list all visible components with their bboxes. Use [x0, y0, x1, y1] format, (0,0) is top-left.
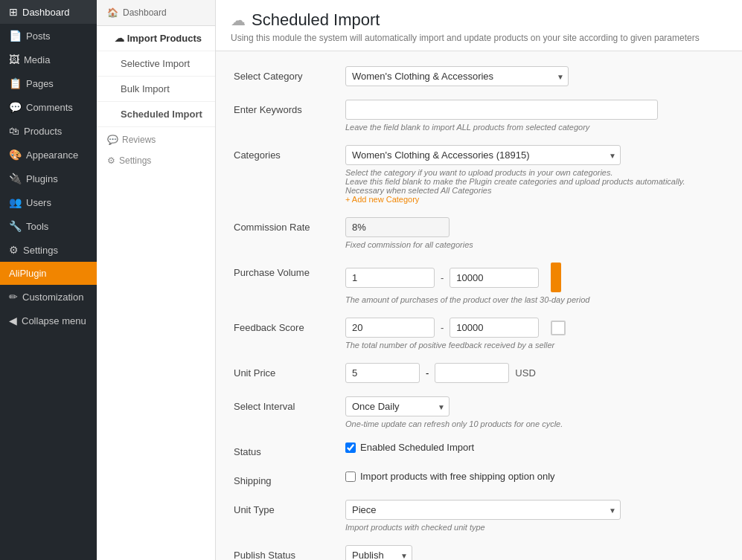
media-icon: 🖼: [9, 54, 19, 65]
commission-rate-row: Commission Rate Fixed commission for all…: [234, 217, 724, 249]
select-category-wrapper: Women's Clothing & Accessories All Categ…: [345, 66, 569, 86]
unit-price-max[interactable]: [435, 363, 509, 383]
commission-rate-control: Fixed commission for all categories: [345, 217, 724, 249]
sub-sidebar-settings-section: ⚙ Settings: [97, 148, 215, 169]
feedback-score-control: - The total number of positive feedback …: [345, 318, 724, 350]
sub-sidebar-selective-import[interactable]: Selective Import: [97, 51, 215, 77]
select-category-row: Select Category Women's Clothing & Acces…: [234, 66, 724, 86]
sidebar-item-media[interactable]: 🖼 Media: [0, 48, 97, 71]
appearance-icon: 🎨: [9, 149, 22, 161]
page-header: ☁ Scheduled Import Using this module the…: [216, 0, 742, 51]
main-content: ☁ Scheduled Import Using this module the…: [216, 0, 742, 560]
shipping-checkbox[interactable]: [345, 472, 356, 482]
sidebar-item-collapse[interactable]: ◀ Collapse menu: [0, 309, 97, 332]
sidebar-item-comments[interactable]: 💬 Comments: [0, 95, 97, 119]
interval-input[interactable]: Once Daily Twice Daily Weekly: [345, 396, 450, 416]
purchase-volume-label: Purchase Volume: [234, 263, 330, 278]
unit-type-input[interactable]: Piece Lot Set: [345, 500, 621, 520]
unit-price-inputs: - USD: [345, 363, 724, 383]
sidebar-item-customization[interactable]: ✏ Customization: [0, 285, 97, 309]
purchase-volume-slider[interactable]: [551, 263, 561, 292]
sub-sidebar-scheduled-import[interactable]: Scheduled Import: [97, 102, 215, 127]
feedback-score-label: Feedback Score: [234, 318, 330, 333]
add-category-link[interactable]: + Add new Category: [345, 195, 419, 204]
select-category-input[interactable]: Women's Clothing & Accessories All Categ…: [345, 66, 569, 86]
collapse-icon: ◀: [9, 315, 17, 326]
status-text: Enabled Scheduled Import: [360, 442, 474, 453]
sidebar-item-dashboard[interactable]: ⊞ Dashboard: [0, 0, 97, 24]
publish-status-input[interactable]: Publish Draft: [345, 545, 412, 560]
feedback-score-inputs: -: [345, 318, 539, 338]
categories-control: Women's Clothing & Accessories (18915) S…: [345, 145, 724, 204]
keywords-control: Leave the field blank to import ALL prod…: [345, 100, 724, 132]
sub-sidebar-import-products[interactable]: ☁ Import Products: [97, 26, 215, 51]
status-checkbox[interactable]: [345, 442, 356, 453]
sidebar-item-plugins[interactable]: 🔌 Plugins: [0, 167, 97, 190]
home-icon: 🏠: [107, 7, 118, 18]
unit-type-row: Unit Type Piece Lot Set Import products …: [234, 500, 724, 532]
sidebar-item-products[interactable]: 🛍 Products: [0, 119, 97, 143]
select-interval-label: Select Interval: [234, 396, 330, 412]
commission-input-wrapper: [345, 217, 724, 237]
purchase-volume-min[interactable]: [345, 268, 435, 288]
keywords-note: Leave the field blank to import ALL prod…: [345, 123, 724, 132]
purchase-volume-max[interactable]: [450, 268, 539, 288]
shipping-row: Shipping Import products with free shipp…: [234, 471, 724, 486]
select-interval-control: Once Daily Twice Daily Weekly One-time u…: [345, 396, 724, 428]
feedback-score-slider[interactable]: [551, 321, 566, 335]
unit-price-label: Unit Price: [234, 363, 330, 379]
shipping-checkbox-label[interactable]: Import products with free shipping optio…: [345, 471, 724, 482]
select-category-label: Select Category: [234, 66, 330, 82]
comments-icon: 💬: [9, 101, 22, 113]
sub-sidebar-bulk-import[interactable]: Bulk Import: [97, 77, 215, 102]
pages-icon: 📋: [9, 77, 22, 89]
keywords-input-wrapper: [345, 100, 724, 120]
status-checkbox-label[interactable]: Enabled Scheduled Import: [345, 442, 724, 453]
sidebar-item-tools[interactable]: 🔧 Tools: [0, 214, 97, 238]
categories-wrapper: Women's Clothing & Accessories (18915): [345, 145, 621, 165]
purchase-volume-inputs: -: [345, 268, 539, 288]
customization-icon: ✏: [9, 291, 18, 303]
categories-label: Categories: [234, 145, 330, 161]
sidebar-item-pages[interactable]: 📋 Pages: [0, 71, 97, 95]
feedback-score-min[interactable]: [345, 318, 435, 338]
commission-rate-input[interactable]: [345, 217, 450, 237]
sidebar-item-settings[interactable]: ⚙ Settings: [0, 238, 97, 262]
keywords-row: Enter Keywords Leave the field blank to …: [234, 100, 724, 132]
sidebar-item-aliplugin[interactable]: AliPlugin: [0, 262, 97, 285]
keywords-input[interactable]: [345, 100, 658, 120]
unit-price-currency: USD: [515, 367, 535, 379]
sub-sidebar-reviews-label[interactable]: Reviews: [122, 135, 156, 145]
products-icon: 🛍: [9, 125, 19, 137]
shipping-control: Import products with free shipping optio…: [345, 471, 724, 482]
feedback-score-note: The total number of positive feedback re…: [345, 341, 724, 350]
sidebar-item-appearance[interactable]: 🎨 Appearance: [0, 143, 97, 167]
purchase-volume-control: - The amount of purchases of the product…: [345, 263, 724, 304]
purchase-volume-dash: -: [441, 272, 444, 283]
purchase-volume-row: Purchase Volume - The amount of purchase…: [234, 263, 724, 304]
unit-price-control: - USD: [345, 363, 724, 383]
sub-sidebar-reviews-section: 💬 Reviews: [97, 127, 215, 148]
keywords-label: Enter Keywords: [234, 100, 330, 115]
shipping-text: Import products with free shipping optio…: [360, 471, 555, 482]
commission-rate-note: Fixed commission for all categories: [345, 240, 724, 249]
page-description: Using this module the system will automa…: [231, 33, 727, 43]
categories-input[interactable]: Women's Clothing & Accessories (18915): [345, 145, 621, 165]
select-category-control: Women's Clothing & Accessories All Categ…: [345, 66, 724, 86]
unit-price-dash: -: [426, 367, 429, 379]
unit-price-min[interactable]: [345, 363, 420, 383]
tools-icon: 🔧: [9, 220, 22, 232]
sidebar-item-users[interactable]: 👥 Users: [0, 190, 97, 214]
posts-icon: 📄: [9, 30, 22, 42]
sidebar: ⊞ Dashboard 📄 Posts 🖼 Media 📋 Pages 💬 Co…: [0, 0, 97, 560]
sub-sidebar: 🏠 Dashboard ☁ Import Products Selective …: [97, 0, 216, 560]
status-row: Status Enabled Scheduled Import: [234, 442, 724, 457]
settings-gear-icon: ⚙: [107, 155, 115, 166]
sidebar-item-posts[interactable]: 📄 Posts: [0, 24, 97, 48]
publish-status-control: Publish Draft Use Publish option if you …: [345, 545, 724, 560]
form-body: Select Category Women's Clothing & Acces…: [216, 51, 742, 560]
plugins-icon: 🔌: [9, 173, 22, 184]
feedback-score-max[interactable]: [450, 318, 539, 338]
sub-sidebar-settings-label[interactable]: Settings: [119, 155, 151, 166]
dashboard-icon: ⊞: [9, 6, 18, 18]
